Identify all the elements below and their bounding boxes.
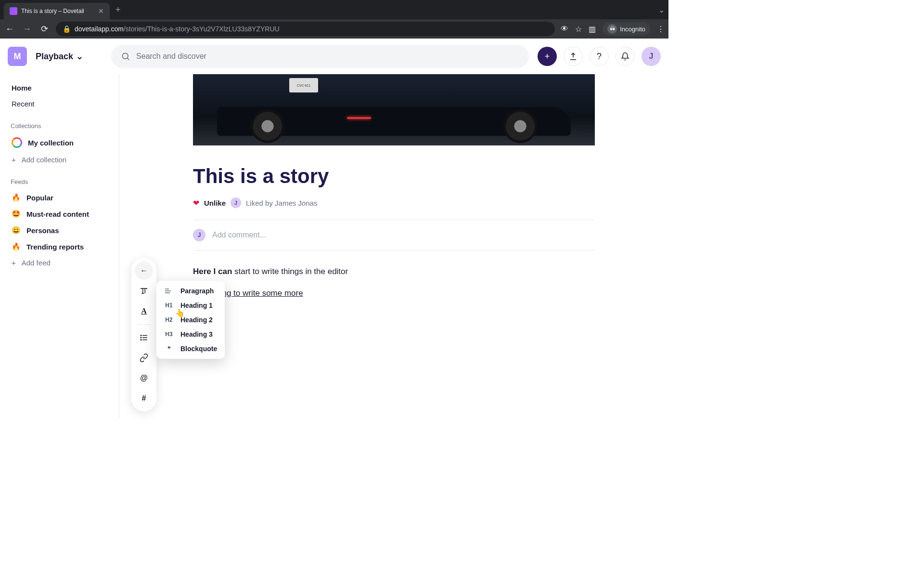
tab-strip: This is a story – Dovetail ✕ + ⌄: [0, 0, 668, 19]
h3-icon: H3: [164, 331, 174, 338]
popover-heading-1[interactable]: H1 Heading 1: [159, 298, 222, 313]
help-button[interactable]: ?: [590, 47, 609, 66]
add-collection-button[interactable]: + Add collection: [7, 152, 112, 168]
plus-icon: +: [12, 259, 16, 267]
workspace-name: Playback: [36, 52, 73, 62]
svg-point-7: [141, 340, 141, 341]
sidebar-section-feeds: Feeds: [11, 178, 112, 185]
editor-toolbar: ← A @ #: [131, 258, 156, 411]
sidebar: Home Recent Collections My collection + …: [0, 74, 119, 418]
url-path: /stories/This-is-a-story-3sYu2V7XlzLU33s…: [124, 25, 280, 33]
text-style-button[interactable]: [135, 282, 153, 300]
mention-button[interactable]: @: [135, 369, 153, 387]
svg-point-0: [122, 53, 128, 59]
upload-button[interactable]: [564, 47, 583, 66]
workspace-switcher[interactable]: Playback ⌄: [36, 51, 83, 62]
create-button[interactable]: +: [538, 47, 557, 66]
comment-avatar: J: [193, 229, 205, 241]
lock-icon: 🔒: [63, 25, 71, 33]
sidebar-section-collections: Collections: [11, 122, 112, 130]
svg-point-5: [141, 335, 141, 336]
browser-tab[interactable]: This is a story – Dovetail ✕: [4, 3, 110, 19]
browser-chrome: This is a story – Dovetail ✕ + ⌄ ← → ⟳ 🔒…: [0, 0, 668, 39]
popover-heading-2[interactable]: H2 Heading 2: [159, 313, 222, 327]
collection-icon: [12, 137, 22, 148]
unlike-button[interactable]: Unlike: [204, 199, 226, 207]
svg-point-6: [141, 337, 141, 338]
divider: [137, 324, 151, 325]
plus-icon: +: [12, 156, 16, 164]
incognito-badge[interactable]: 🕶 Incognito: [603, 22, 650, 36]
sidebar-feed-personas[interactable]: 😀 Personas: [7, 222, 112, 238]
license-plate: CVC·911: [289, 78, 318, 92]
url-bar[interactable]: 🔒 dovetailapp.com/stories/This-is-a-stor…: [56, 22, 555, 36]
h1-icon: H1: [164, 302, 174, 309]
app-root: M Playback ⌄ Search and discover + ? J H…: [0, 39, 668, 418]
sidebar-item-recent[interactable]: Recent: [7, 96, 112, 112]
story-body[interactable]: Here I can start to write things in the …: [193, 265, 595, 300]
star-eyes-icon: 🤩: [12, 210, 21, 218]
incognito-icon: 🕶: [607, 24, 617, 34]
story-hero-image: CVC·911: [193, 74, 595, 145]
back-button[interactable]: ←: [4, 24, 15, 34]
user-avatar[interactable]: J: [642, 47, 661, 66]
incognito-label: Incognito: [620, 26, 645, 33]
divider: [193, 250, 595, 250]
main-content: CVC·911 This is a story ❤ Unlike J Liked…: [119, 74, 668, 418]
star-icon[interactable]: ☆: [575, 25, 582, 34]
add-feed-button[interactable]: + Add feed: [7, 255, 112, 271]
quote-icon: ❝: [164, 345, 174, 352]
chevron-down-icon[interactable]: ⌄: [658, 5, 665, 14]
chevron-down-icon: ⌄: [76, 51, 83, 62]
link-button[interactable]: [135, 349, 153, 367]
tag-button[interactable]: #: [135, 389, 153, 407]
paragraph-icon: [164, 287, 174, 295]
search-placeholder: Search and discover: [136, 52, 206, 61]
sidebar-item-home[interactable]: Home: [7, 80, 112, 96]
new-tab-button[interactable]: +: [116, 5, 121, 15]
sidebar-feed-trending[interactable]: 🔥 Trending reports: [7, 238, 112, 255]
list-button[interactable]: [135, 328, 153, 347]
h2-icon: H2: [164, 316, 174, 323]
favicon-icon: [10, 7, 17, 15]
smile-icon: 😀: [12, 226, 21, 235]
search-icon: [121, 52, 130, 61]
text-color-button[interactable]: A: [135, 302, 153, 320]
popover-heading-3[interactable]: H3 Heading 3: [159, 327, 222, 342]
svg-line-1: [128, 58, 129, 60]
text-style-popover: Paragraph H1 Heading 1 H2 Heading 2 H3 H…: [156, 281, 225, 359]
heart-icon[interactable]: ❤: [193, 198, 199, 208]
story-title[interactable]: This is a story: [193, 165, 595, 188]
paragraph-1[interactable]: Here I can start to write things in the …: [193, 265, 595, 278]
fire-icon: 🔥: [12, 193, 21, 202]
sidebar-item-my-collection[interactable]: My collection: [7, 133, 112, 152]
eye-off-icon[interactable]: 👁: [561, 25, 568, 33]
tab-title: This is a story – Dovetail: [21, 8, 94, 14]
app-header: M Playback ⌄ Search and discover + ? J: [0, 39, 668, 74]
popover-paragraph[interactable]: Paragraph: [159, 284, 222, 298]
extension-icon[interactable]: ▥: [589, 25, 596, 34]
sidebar-feed-popular[interactable]: 🔥 Popular: [7, 189, 112, 206]
nav-bar: ← → ⟳ 🔒 dovetailapp.com/stories/This-is-…: [0, 19, 668, 39]
menu-icon[interactable]: ⋮: [657, 25, 665, 34]
popover-blockquote[interactable]: ❝ Blockquote: [159, 342, 222, 356]
comment-placeholder: Add comment...: [212, 231, 266, 239]
fire-icon: 🔥: [12, 242, 21, 251]
reload-button[interactable]: ⟳: [38, 24, 50, 34]
story-meta: ❤ Unlike J Liked by James Jonas: [193, 197, 595, 208]
sidebar-feed-mustread[interactable]: 🤩 Must-read content: [7, 206, 112, 222]
toolbar-back-button[interactable]: ←: [135, 262, 153, 280]
forward-button[interactable]: →: [21, 24, 33, 34]
add-comment-row[interactable]: J Add comment...: [193, 220, 595, 250]
url-host: dovetailapp.com: [75, 25, 124, 33]
search-input[interactable]: Search and discover: [111, 45, 529, 68]
notifications-button[interactable]: [616, 47, 635, 66]
liker-avatar: J: [231, 197, 241, 208]
close-tab-icon[interactable]: ✕: [98, 7, 104, 15]
liked-by-text: Liked by James Jonas: [246, 199, 317, 207]
workspace-avatar[interactable]: M: [8, 47, 27, 66]
paragraph-2[interactable]: I am going to write some more: [193, 287, 595, 300]
